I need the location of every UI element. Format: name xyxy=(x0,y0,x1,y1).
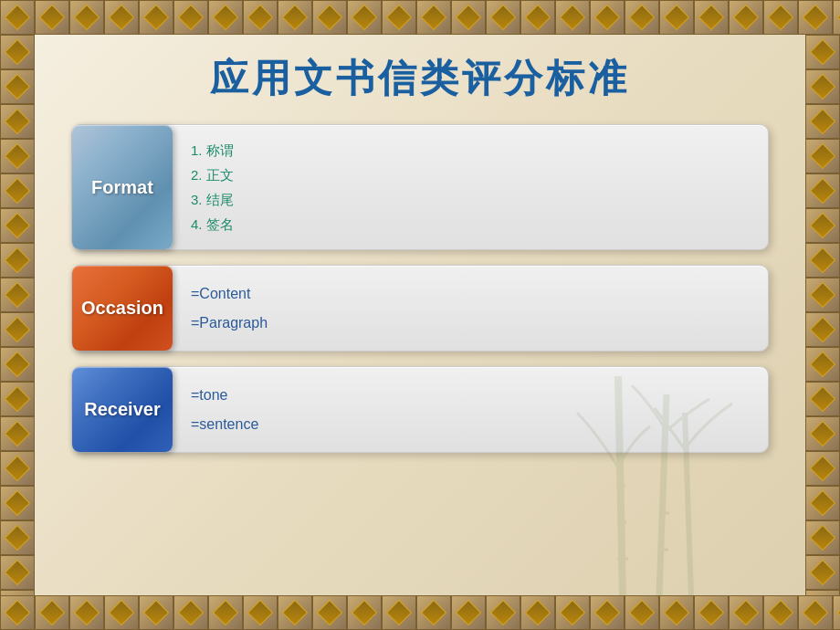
list-item: 1. 称谓 xyxy=(191,138,234,163)
border-left xyxy=(0,35,35,595)
occasion-line-1: =Content xyxy=(191,281,268,306)
format-label: Format xyxy=(72,125,173,249)
occasion-line-2: =Paragraph xyxy=(191,310,268,335)
list-item: 2. 正文 xyxy=(191,163,234,187)
occasion-label: Occasion xyxy=(72,266,173,351)
list-item: 4. 签名 xyxy=(191,212,234,236)
list-item: 3. 结尾 xyxy=(191,187,234,212)
main-content: 应用文书信类评分标准 Format 1. 称谓 2. 正文 3. 结尾 4. 签… xyxy=(35,35,805,595)
format-label-text: Format xyxy=(91,177,153,198)
border-bottom xyxy=(0,595,840,630)
occasion-text: =Content =Paragraph xyxy=(191,281,268,334)
receiver-line-1: =tone xyxy=(191,383,258,407)
border-top xyxy=(0,0,840,35)
receiver-line-2: =sentence xyxy=(191,412,258,436)
format-card: Format 1. 称谓 2. 正文 3. 结尾 4. 签名 xyxy=(71,124,769,250)
receiver-card: Receiver =tone =sentence xyxy=(71,366,769,453)
receiver-label-text: Receiver xyxy=(84,399,160,420)
occasion-card: Occasion =Content =Paragraph xyxy=(71,265,769,352)
border-right xyxy=(805,35,840,595)
page-title: 应用文书信类评分标准 xyxy=(210,53,630,104)
cards-container: Format 1. 称谓 2. 正文 3. 结尾 4. 签名 Occasion … xyxy=(71,124,769,453)
occasion-content: =Content =Paragraph xyxy=(173,266,768,351)
receiver-label: Receiver xyxy=(72,367,173,452)
receiver-content: =tone =sentence xyxy=(173,367,768,452)
format-content: 1. 称谓 2. 正文 3. 结尾 4. 签名 xyxy=(173,125,768,249)
format-list: 1. 称谓 2. 正文 3. 结尾 4. 签名 xyxy=(191,138,234,236)
receiver-text: =tone =sentence xyxy=(191,383,258,436)
occasion-label-text: Occasion xyxy=(81,298,163,319)
